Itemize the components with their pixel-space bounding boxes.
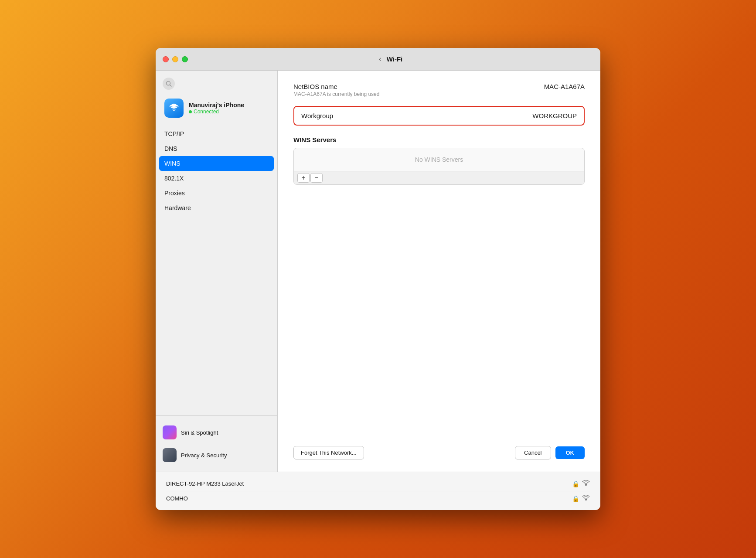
sidebar: Manuviraj's iPhone Connected TCP/IP DNS … xyxy=(156,71,278,472)
network-icon xyxy=(164,99,184,118)
search-icon xyxy=(163,78,175,90)
status-dot xyxy=(189,110,192,113)
netbios-sub: MAC-A1A67A is currently being used xyxy=(293,91,379,97)
network-name: Manuviraj's iPhone xyxy=(189,102,244,109)
netbios-value: MAC-A1A67A xyxy=(544,83,585,90)
add-wins-server-button[interactable]: + xyxy=(297,173,310,183)
wifi-small-icon-1 xyxy=(582,480,590,487)
main-window: ‹ Wi-Fi xyxy=(156,48,600,510)
sidebar-item-hardware[interactable]: Hardware xyxy=(156,201,277,215)
bottom-actions: Forget This Network... Cancel OK xyxy=(293,437,585,459)
wins-section-title: WINS Servers xyxy=(293,136,585,143)
siri-label: Siri & Spotlight xyxy=(181,429,218,436)
wifi-icon xyxy=(168,102,180,114)
sidebar-item-wins[interactable]: WINS xyxy=(159,156,274,171)
network-list-name-2: COMHO xyxy=(166,495,188,502)
sidebar-item-proxies[interactable]: Proxies xyxy=(156,186,277,201)
netbios-left: NetBIOS name MAC-A1A67A is currently bei… xyxy=(293,83,379,97)
ok-button[interactable]: OK xyxy=(555,446,585,459)
forget-network-button[interactable]: Forget This Network... xyxy=(293,446,364,459)
title-bar: ‹ Wi-Fi xyxy=(156,48,600,71)
wifi-small-icon-2 xyxy=(582,495,590,502)
wins-servers-box: No WINS Servers + − xyxy=(293,148,585,185)
workgroup-row[interactable]: Workgroup WORKGROUP xyxy=(293,106,585,126)
sidebar-bottom: Siri & Spotlight Privacy & Security xyxy=(156,415,277,472)
network-list-name-1: DIRECT-92-HP M233 LaserJet xyxy=(166,480,244,487)
network-list-icons-2: 🔒 xyxy=(572,495,590,502)
workgroup-label: Workgroup xyxy=(301,112,333,119)
network-list-row-2[interactable]: COMHO 🔒 xyxy=(166,491,590,506)
privacy-label: Privacy & Security xyxy=(181,452,227,459)
wins-servers-content: No WINS Servers xyxy=(294,148,584,171)
minimize-button[interactable] xyxy=(172,56,178,62)
siri-icon xyxy=(163,425,177,439)
sidebar-item-privacy[interactable]: Privacy & Security xyxy=(156,444,277,466)
network-profile: Manuviraj's iPhone Connected xyxy=(156,93,277,123)
netbios-row: NetBIOS name MAC-A1A67A is currently bei… xyxy=(293,83,585,97)
privacy-icon xyxy=(163,448,177,462)
close-button[interactable] xyxy=(163,56,169,62)
sidebar-nav: TCP/IP DNS WINS 802.1X Proxies Hardware xyxy=(156,123,277,415)
sidebar-item-tcp-ip[interactable]: TCP/IP xyxy=(156,126,277,141)
sidebar-search[interactable] xyxy=(156,71,277,93)
window-title: Wi-Fi xyxy=(387,55,403,63)
network-info: Manuviraj's iPhone Connected xyxy=(189,102,244,115)
right-panel: NetBIOS name MAC-A1A67A is currently bei… xyxy=(278,71,600,472)
wins-section: WINS Servers No WINS Servers + − xyxy=(293,136,585,185)
network-status-row: Connected xyxy=(189,109,244,115)
maximize-button[interactable] xyxy=(182,56,188,62)
title-bar-center: ‹ Wi-Fi xyxy=(188,54,593,64)
back-button[interactable]: ‹ xyxy=(379,54,381,64)
netbios-label: NetBIOS name xyxy=(293,83,379,90)
network-list-icons-1: 🔒 xyxy=(572,480,590,487)
sidebar-item-siri[interactable]: Siri & Spotlight xyxy=(156,421,277,444)
sidebar-item-8021x[interactable]: 802.1X xyxy=(156,171,277,186)
remove-wins-server-button[interactable]: − xyxy=(310,173,323,183)
right-buttons: Cancel OK xyxy=(515,446,585,459)
network-list-row-1[interactable]: DIRECT-92-HP M233 LaserJet 🔒 xyxy=(166,476,590,491)
spacer xyxy=(293,185,585,437)
svg-line-1 xyxy=(170,85,172,87)
window-body: Manuviraj's iPhone Connected TCP/IP DNS … xyxy=(156,71,600,472)
lock-icon-1: 🔒 xyxy=(572,480,579,487)
traffic-lights xyxy=(163,56,188,62)
network-status-label: Connected xyxy=(194,109,219,115)
window-bottom-bar: DIRECT-92-HP M233 LaserJet 🔒 COMHO 🔒 xyxy=(156,472,600,510)
sidebar-item-dns[interactable]: DNS xyxy=(156,141,277,156)
lock-icon-2: 🔒 xyxy=(572,495,579,502)
wins-servers-empty-label: No WINS Servers xyxy=(415,156,463,163)
workgroup-value: WORKGROUP xyxy=(532,112,577,119)
wins-servers-controls: + − xyxy=(294,171,584,184)
cancel-button[interactable]: Cancel xyxy=(515,446,551,459)
